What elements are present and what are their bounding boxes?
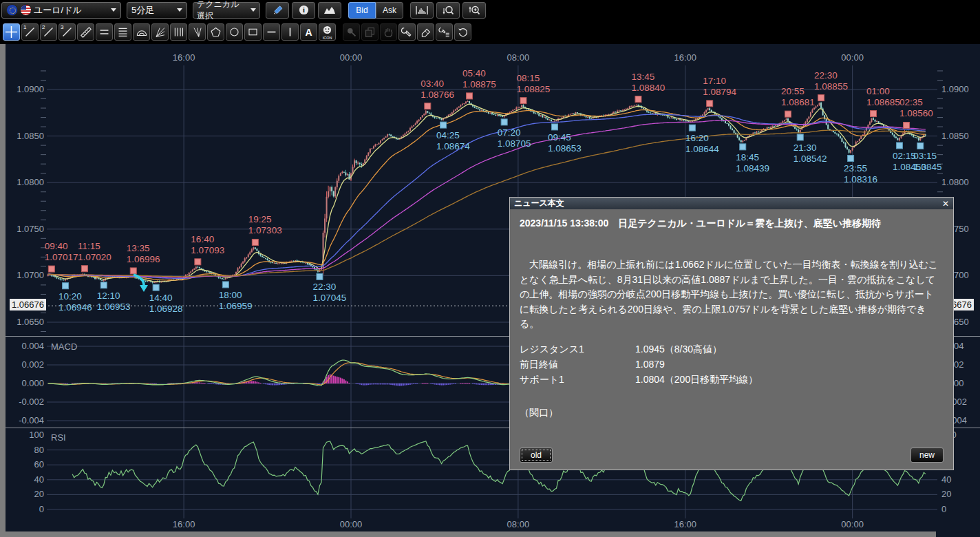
- speed-lines-tool[interactable]: [189, 23, 206, 41]
- technical-select-button[interactable]: テクニカル選択: [193, 2, 260, 19]
- icon-stamp-tool[interactable]: ICON: [319, 23, 336, 41]
- pentagon-tool[interactable]: [207, 23, 224, 41]
- svg-text:1.08766: 1.08766: [420, 90, 454, 100]
- svg-text:0.004: 0.004: [21, 341, 44, 351]
- volume-chart-button[interactable]: [410, 2, 434, 19]
- timeframe-select[interactable]: 5分足: [127, 2, 187, 19]
- new-button[interactable]: new: [910, 448, 944, 463]
- vertical-line-tool[interactable]: [281, 23, 299, 41]
- high-annotation: 22:301.08855: [814, 70, 848, 101]
- vertical-lines-tool[interactable]: [170, 23, 187, 41]
- trendline2-tool[interactable]: 2: [40, 23, 57, 41]
- arcs-icon: [136, 26, 148, 38]
- svg-text:00:00: 00:00: [841, 519, 864, 529]
- news-paragraph: 大陽線引け。相場の上振れ前には1.0662ドルに位置していた一目均衡表・転換線を…: [520, 257, 944, 332]
- ellipse-tool[interactable]: [226, 23, 243, 41]
- svg-text:10:20: 10:20: [58, 291, 82, 302]
- multi-horizontal-lines-tool[interactable]: [114, 23, 131, 41]
- info-icon: i: [299, 5, 309, 15]
- svg-text:22:30: 22:30: [814, 70, 838, 81]
- low-annotation: 12:101.06953: [97, 282, 131, 312]
- news-level-row: レジスタンス1 1.0945（8/30高値）: [520, 341, 944, 357]
- high-annotation: 17:101.08794: [703, 76, 736, 107]
- bar-chart-icon: [416, 6, 428, 15]
- low-annotation: 07:201.08705: [498, 119, 531, 149]
- svg-text:18:45: 18:45: [736, 152, 759, 162]
- two-horizontal-lines-tool[interactable]: [96, 23, 113, 41]
- text-tool[interactable]: A: [300, 23, 317, 41]
- high-annotation: 01:001.08685: [866, 86, 900, 117]
- mountain-chart-button[interactable]: [318, 2, 341, 19]
- svg-text:09:40: 09:40: [45, 241, 68, 251]
- zoom-out-icon: [443, 5, 454, 16]
- svg-text:08:15: 08:15: [516, 73, 540, 83]
- svg-text:03:15: 03:15: [913, 151, 937, 161]
- settings-wrench-tool[interactable]: [398, 23, 416, 41]
- horizontal-line-tool[interactable]: [263, 23, 280, 41]
- zoom-out-button[interactable]: [436, 2, 460, 19]
- ruler-icon: [80, 26, 92, 39]
- fibonacci-arc-tool[interactable]: [133, 23, 150, 41]
- tool-settings-list[interactable]: [436, 23, 453, 41]
- svg-text:1.06953: 1.06953: [97, 302, 131, 312]
- ruler-tool[interactable]: [77, 23, 94, 41]
- svg-text:17:10: 17:10: [703, 76, 726, 86]
- trendline3-tool[interactable]: 3: [58, 23, 76, 41]
- svg-text:1.07093: 1.07093: [191, 245, 224, 255]
- high-annotation: 11:151.07020: [78, 241, 111, 272]
- chart-scrollbar[interactable]: [6, 531, 936, 537]
- svg-text:0: 0: [39, 504, 44, 514]
- copy-tool[interactable]: [361, 23, 379, 41]
- low-annotation: 16:201.08644: [685, 125, 719, 154]
- high-annotation: 02:351.08560: [899, 97, 933, 128]
- chevron-down-icon: [251, 8, 256, 12]
- bid-button[interactable]: Bid: [348, 2, 376, 19]
- ask-button[interactable]: Ask: [376, 2, 403, 19]
- old-button[interactable]: old: [520, 448, 553, 463]
- eraser-tool[interactable]: [417, 23, 434, 41]
- pencil-icon: [272, 5, 283, 16]
- svg-text:20: 20: [941, 489, 951, 499]
- draw-pencil-button[interactable]: [266, 2, 289, 19]
- svg-text:16:00: 16:00: [173, 52, 195, 63]
- current-price-tag-left: 1.06676: [10, 299, 46, 310]
- low-annotation: 09:451.08653: [548, 124, 582, 154]
- svg-text:16:00: 16:00: [674, 519, 696, 529]
- low-annotation: 03:151.0845: [913, 143, 941, 172]
- undo-icon: [457, 26, 469, 38]
- svg-text:0: 0: [941, 504, 946, 514]
- svg-text:1.06996: 1.06996: [127, 254, 160, 264]
- low-annotation: 21:301.08542: [793, 134, 827, 164]
- news-popup-title: ニュース本文: [514, 198, 564, 209]
- pin-tool[interactable]: [343, 23, 360, 41]
- rectangle-tool[interactable]: [244, 23, 262, 41]
- zoom-in-button[interactable]: [462, 2, 486, 19]
- low-annotation: 14:401.06928: [149, 284, 183, 314]
- svg-text:04:25: 04:25: [436, 130, 460, 140]
- svg-text:-0.004: -0.004: [19, 415, 44, 425]
- hand-icon: [383, 26, 394, 38]
- trendline1-tool[interactable]: 1: [21, 23, 39, 41]
- undo-tool[interactable]: [454, 23, 471, 41]
- wrench-list-icon: [438, 26, 451, 38]
- news-popup-body: 2023/11/15 13:38:00 日足テクニカル・ユーロドル＝雲を上抜け、…: [510, 209, 953, 470]
- instrument-select[interactable]: ユーロ/ドル: [1, 2, 121, 19]
- svg-text:05:40: 05:40: [462, 68, 486, 78]
- svg-text:0.000: 0.000: [21, 378, 44, 388]
- news-popup-titlebar[interactable]: ニュース本文 ✕: [510, 198, 953, 209]
- news-headline: 2023/11/15 13:38:00 日足テクニカル・ユーロドル＝雲を上抜け、…: [520, 218, 944, 230]
- close-icon[interactable]: ✕: [942, 200, 949, 208]
- svg-text:12:10: 12:10: [97, 291, 120, 301]
- info-button[interactable]: i: [292, 2, 315, 19]
- svg-text:1.08681: 1.08681: [781, 97, 815, 107]
- svg-text:11:15: 11:15: [78, 241, 100, 251]
- hand-tool[interactable]: [380, 23, 397, 41]
- svg-text:1.0900: 1.0900: [17, 84, 44, 94]
- fibo-retracement-icon: [117, 26, 129, 38]
- svg-text:1.07020: 1.07020: [78, 252, 111, 262]
- svg-text:16:00: 16:00: [173, 519, 195, 529]
- fan-lines-tool[interactable]: [151, 23, 169, 41]
- crosshair-tool[interactable]: [3, 23, 20, 41]
- high-annotation: 20:551.08681: [781, 86, 815, 117]
- svg-text:1.06946: 1.06946: [58, 302, 92, 313]
